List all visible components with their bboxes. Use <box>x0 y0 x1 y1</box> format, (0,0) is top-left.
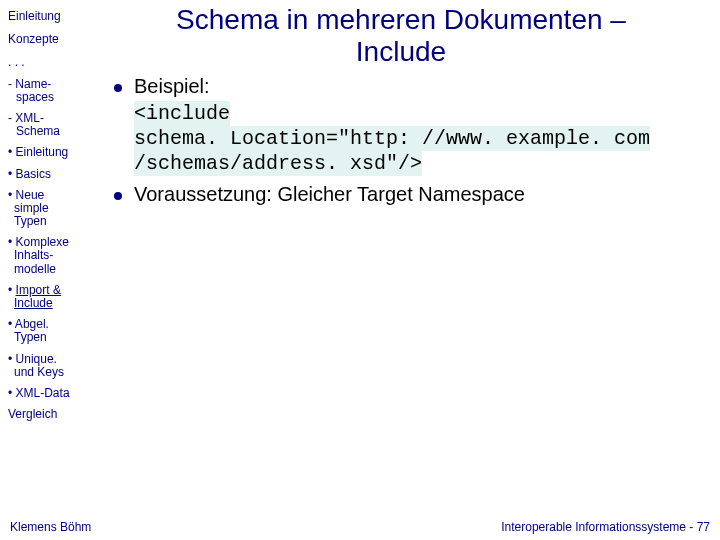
bullet-beispiel: Beispiel: <box>114 74 712 99</box>
sidebar-item-label: Schema <box>8 125 90 138</box>
sidebar-item-einleitung2: • Einleitung <box>8 146 90 159</box>
sidebar-ellipsis: . . . <box>8 56 90 69</box>
main-content: Schema in mehreren Dokumenten – Include … <box>90 0 720 514</box>
sidebar-item-abgel-typen: • Abgel. Typen <box>8 318 90 344</box>
code-line: /schemas/address. xsd"/> <box>134 151 422 176</box>
bullet-text: Voraussetzung: Gleicher Target Namespace <box>134 182 712 207</box>
sidebar-item-import-include: • Import & Include <box>8 284 90 310</box>
sidebar-item-label: Typen <box>8 215 90 228</box>
sidebar-item-label: • XML-Data <box>8 387 90 400</box>
sidebar-item-unique-keys: • Unique. und Keys <box>8 353 90 379</box>
upper-area: Einleitung Konzepte . . . - Name- spaces… <box>0 0 720 514</box>
title-line1: Schema in mehreren Dokumenten – <box>176 4 626 35</box>
sidebar-item-xmlschema: - XML- Schema <box>8 112 90 138</box>
slide: Einleitung Konzepte . . . - Name- spaces… <box>0 0 720 540</box>
title-line2: Include <box>356 36 446 67</box>
sidebar-item-vergleich: Vergleich <box>8 408 90 421</box>
sidebar-item-komplexe-inhaltsmodelle: • Komplexe Inhalts- modelle <box>8 236 90 276</box>
footer-author: Klemens Böhm <box>10 520 91 534</box>
slide-footer: Klemens Böhm Interoperable Informationss… <box>0 514 720 540</box>
sidebar-item-label: Include <box>8 297 90 310</box>
sidebar-item-label: • Einleitung <box>8 146 90 159</box>
code-block: <include schema. Location="http: //www. … <box>134 101 712 176</box>
bullet-icon <box>114 84 122 92</box>
sidebar-item-label: • Basics <box>8 168 90 181</box>
sidebar-item-label: • Neue <box>8 189 90 202</box>
sidebar-item-label: und Keys <box>8 366 90 379</box>
sidebar-item-einleitung: Einleitung <box>8 10 90 23</box>
sidebar-item-xml-data: • XML-Data <box>8 387 90 400</box>
slide-body: Beispiel: <include schema. Location="htt… <box>90 74 712 207</box>
bullet-text: Beispiel: <box>134 74 712 99</box>
sidebar-item-label: Typen <box>8 331 90 344</box>
code-line: schema. Location="http: //www. example. … <box>134 126 650 151</box>
sidebar-item-label: • Unique. <box>8 353 90 366</box>
sidebar-item-label: Inhalts- <box>8 249 90 262</box>
sidebar-item-label: spaces <box>8 91 90 104</box>
slide-title: Schema in mehreren Dokumenten – Include <box>90 4 712 68</box>
sidebar-item-neue-simple-typen: • Neue simple Typen <box>8 189 90 229</box>
sidebar-item-label: modelle <box>8 263 90 276</box>
bullet-icon <box>114 192 122 200</box>
bullet-voraussetzung: Voraussetzung: Gleicher Target Namespace <box>114 182 712 207</box>
footer-page: Interoperable Informationssysteme - 77 <box>501 520 710 534</box>
sidebar-item-namespaces: - Name- spaces <box>8 78 90 104</box>
sidebar-item-label-text: Import & <box>16 283 61 297</box>
sidebar-item-label: - Name- <box>8 78 90 91</box>
sidebar-nav: Einleitung Konzepte . . . - Name- spaces… <box>0 0 90 514</box>
sidebar-item-konzepte: Konzepte <box>8 33 90 46</box>
bullet-marker: • <box>8 283 16 297</box>
code-line: <include <box>134 101 230 126</box>
sidebar-item-basics: • Basics <box>8 168 90 181</box>
